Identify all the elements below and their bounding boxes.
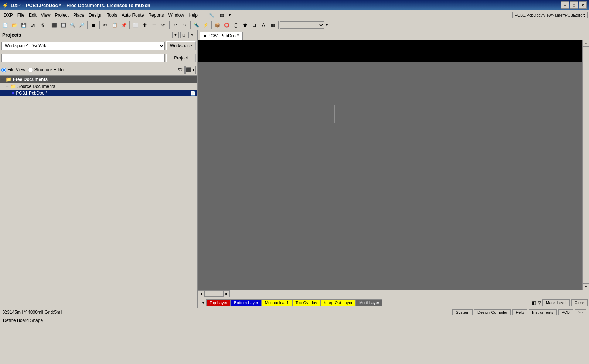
tb-save-all[interactable]: 🗂 bbox=[28, 21, 37, 29]
tb-place-text[interactable]: A bbox=[259, 21, 268, 29]
structure-editor-radio[interactable]: Structure Editor bbox=[28, 67, 65, 72]
close-button[interactable]: ✕ bbox=[579, 1, 587, 9]
layer-icon1[interactable]: ◧ bbox=[532, 300, 536, 305]
tb-sep1 bbox=[48, 21, 48, 29]
toolbar-extra1[interactable]: 🔧 bbox=[207, 11, 216, 19]
board-outline bbox=[283, 105, 335, 123]
project-button[interactable]: Project bbox=[166, 54, 196, 62]
tb-new[interactable]: 📄 bbox=[1, 21, 10, 29]
tb-paste[interactable]: 📌 bbox=[119, 21, 128, 29]
editor-tab-pcb[interactable]: ■ PCB1.PcbDoc * bbox=[200, 32, 243, 40]
help-panel-btn[interactable]: Help bbox=[512, 309, 527, 315]
source-docs-label: Source Documents bbox=[17, 84, 55, 89]
layer-tab-keepout[interactable]: Keep-Out Layer bbox=[320, 299, 356, 306]
scroll-right-btn[interactable]: ► bbox=[223, 290, 230, 297]
tb-rotate[interactable]: ⟳ bbox=[159, 21, 168, 29]
panel-dropdown-btn[interactable]: ▼ bbox=[172, 32, 179, 38]
folder-icon-free-docs: 📁 bbox=[6, 76, 11, 82]
toolbar-extra2[interactable]: ▤ bbox=[218, 11, 227, 19]
tb-place-circle[interactable]: ⭕ bbox=[222, 21, 231, 29]
minimize-button[interactable]: ─ bbox=[561, 1, 569, 9]
mask-level-btn[interactable]: Mask Level bbox=[542, 299, 570, 306]
workspace-dropdown[interactable]: Workspace1.DsnWrk bbox=[1, 42, 165, 50]
tb-place-dim[interactable]: ⊡ bbox=[250, 21, 259, 29]
menu-edit[interactable]: Edit bbox=[27, 12, 39, 18]
folder-icon-source-docs: 📁 bbox=[10, 84, 16, 89]
scroll-up-btn[interactable]: ▲ bbox=[583, 40, 589, 47]
panel-float-btn[interactable]: ◻ bbox=[180, 32, 187, 38]
tree-free-docs[interactable]: ─ 📁 Free Documents bbox=[0, 76, 197, 83]
tb-drc[interactable]: ⚡ bbox=[201, 21, 210, 29]
toolbar: 📄 📂 💾 🗂 🖨 ⬛ 🔲 🔍 🔎 ◼ ✂ 📋 📌 ⬜ ✚ ✛ ⟳ ↩ ↪ 🔦 … bbox=[0, 20, 589, 30]
tb-print[interactable]: 🖨 bbox=[38, 21, 47, 29]
layer-tab-bottom[interactable]: Bottom Layer bbox=[231, 299, 261, 306]
menu-dxp[interactable]: DXP bbox=[1, 12, 15, 18]
scroll-track-v[interactable] bbox=[583, 47, 589, 283]
tb-copy[interactable]: 📋 bbox=[110, 21, 119, 29]
tb-cross[interactable]: ✚ bbox=[140, 21, 149, 29]
free-docs-label: Free Documents bbox=[13, 77, 48, 82]
design-compiler-panel-btn[interactable]: Design Compiler bbox=[474, 309, 511, 315]
layer-icon2[interactable]: ▽ bbox=[538, 300, 541, 305]
clear-btn[interactable]: Clear bbox=[571, 299, 588, 306]
scroll-left-btn[interactable]: ◄ bbox=[198, 290, 205, 297]
scroll-down-btn[interactable]: ▼ bbox=[583, 283, 589, 290]
system-panel-btn[interactable]: System bbox=[452, 309, 473, 315]
view-icon-btn2[interactable]: ⬛▼ bbox=[185, 66, 196, 74]
canvas-area[interactable]: ▲ ▼ bbox=[198, 40, 589, 290]
panel-close-btn[interactable]: ✕ bbox=[188, 32, 195, 38]
menu-design[interactable]: Design bbox=[86, 12, 105, 18]
layer-select[interactable] bbox=[280, 21, 324, 29]
tb-sep2 bbox=[87, 21, 88, 29]
tb-select-rect[interactable]: ⬜ bbox=[131, 21, 140, 29]
title-text: DXP – PCB1.PcbDoc * – Free Documents. Li… bbox=[11, 3, 561, 8]
menu-reports[interactable]: Reports bbox=[146, 12, 166, 18]
view-icon-btn1[interactable]: 🛡 bbox=[176, 66, 185, 74]
tab-pcb-label: PCB1.PcbDoc * bbox=[208, 33, 239, 38]
maximize-button[interactable]: □ bbox=[570, 1, 578, 9]
tb-save[interactable]: 💾 bbox=[19, 21, 28, 29]
tb-zoom-out[interactable]: 🔎 bbox=[77, 21, 86, 29]
tb-zoom-full[interactable]: ⬛ bbox=[50, 21, 58, 29]
menu-tools[interactable]: Tools bbox=[105, 12, 119, 18]
pcb-panel-btn[interactable]: PCB bbox=[558, 309, 573, 315]
tb-open[interactable]: 📂 bbox=[10, 21, 19, 29]
file-view-radio[interactable]: File View bbox=[1, 67, 25, 72]
menu-file[interactable]: File bbox=[15, 12, 27, 18]
title-bar: ⚡ DXP – PCB1.PcbDoc * – Free Documents. … bbox=[0, 0, 589, 10]
tree-source-docs[interactable]: ─ 📁 Source Documents bbox=[0, 83, 197, 90]
layer-scroll-left[interactable]: ◄ bbox=[200, 299, 206, 306]
tb-cut[interactable]: ✂ bbox=[101, 21, 110, 29]
workspace-button[interactable]: Workspace bbox=[166, 41, 196, 50]
expand-icon-free-docs: ─ bbox=[1, 77, 4, 81]
tb-sep6 bbox=[190, 21, 191, 29]
instruments-panel-btn[interactable]: Instruments bbox=[529, 309, 556, 315]
layer-tabs: ◄ Top Layer Bottom Layer Mechanical 1 To… bbox=[198, 297, 589, 308]
tb-place-comp[interactable]: 📦 bbox=[213, 21, 222, 29]
search-input[interactable] bbox=[1, 54, 165, 62]
tb-zoom-sel[interactable]: 🔲 bbox=[59, 21, 68, 29]
layer-tab-top-overlay[interactable]: Top Overlay bbox=[292, 299, 321, 306]
tb-move[interactable]: ✛ bbox=[150, 21, 159, 29]
tb-undo[interactable]: ↩ bbox=[171, 21, 180, 29]
tb-place-poly[interactable]: ⬟ bbox=[241, 21, 249, 29]
tb-zoom-in[interactable]: 🔍 bbox=[68, 21, 77, 29]
scroll-thumb-h[interactable] bbox=[205, 290, 223, 297]
tb-place-arc[interactable]: ◯ bbox=[231, 21, 240, 29]
menu-window[interactable]: Window bbox=[166, 12, 186, 18]
menu-help[interactable]: Help bbox=[186, 12, 200, 18]
layer-tab-top[interactable]: Top Layer bbox=[206, 299, 231, 306]
menu-project[interactable]: Project bbox=[53, 12, 71, 18]
layer-tab-multi[interactable]: Multi-Layer bbox=[356, 299, 382, 306]
menu-view[interactable]: View bbox=[39, 12, 53, 18]
menu-place[interactable]: Place bbox=[71, 12, 86, 18]
layer-tab-mech[interactable]: Mechanical 1 bbox=[262, 299, 292, 306]
menu-autoroute[interactable]: Auto Route bbox=[119, 12, 146, 18]
tb-place-fill[interactable]: ▦ bbox=[268, 21, 277, 29]
more-panels-btn[interactable]: >> bbox=[575, 309, 586, 315]
tb-redo[interactable]: ↪ bbox=[180, 21, 189, 29]
tb-layers[interactable]: ◼ bbox=[89, 21, 98, 29]
tb-sep3 bbox=[99, 21, 100, 29]
tb-inspect[interactable]: 🔦 bbox=[192, 21, 201, 29]
tree-pcb-file[interactable]: ■ PCB1.PcbDoc * 📄 bbox=[0, 90, 197, 96]
